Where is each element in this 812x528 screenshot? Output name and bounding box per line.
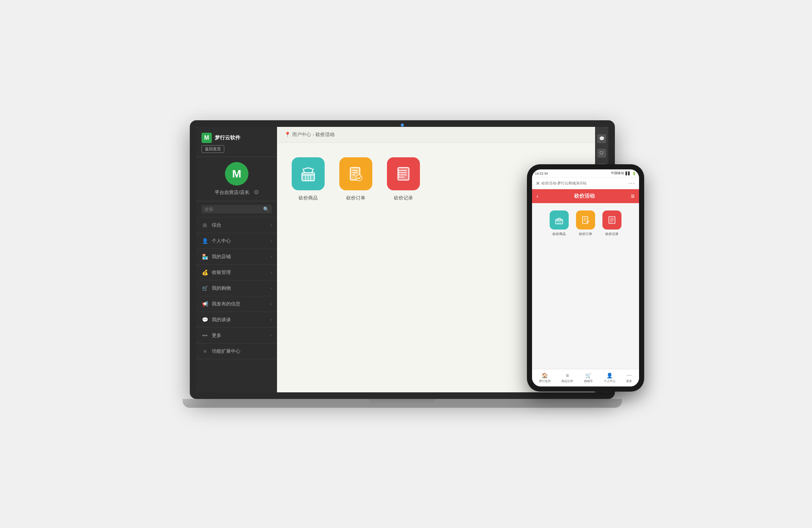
arrow-icon-7: ›	[270, 317, 272, 322]
home-icon: 🏠	[542, 373, 548, 378]
arrow-icon-2: ›	[270, 238, 272, 243]
phone-nav-home-label: 梦行首页	[539, 379, 551, 383]
sidebar-item-talk[interactable]: 💬 我的谈谈 ›	[196, 312, 277, 328]
sidebar-item-publish[interactable]: 📢 我发布的信息 ›	[196, 296, 277, 312]
sidebar-brand-icon: M	[202, 133, 212, 143]
phone-nav-more-label: 更多	[626, 379, 632, 383]
profile-icon: 👤	[606, 373, 613, 378]
feature-card-order[interactable]: 砍价订单	[339, 157, 372, 201]
arrow-icon-4: ›	[270, 270, 272, 275]
arrow-icon-3: ›	[270, 254, 272, 259]
phone-order-label: 砍价订单	[579, 232, 592, 236]
svg-rect-10	[398, 168, 409, 180]
goods-icon-box	[292, 157, 325, 190]
phone-record-icon	[602, 210, 621, 230]
sidebar-header: M 梦行云软件 返回首页	[196, 127, 277, 157]
return-home-button[interactable]: 返回首页	[202, 145, 224, 153]
phone-card-goods[interactable]: 砍价商品	[550, 210, 569, 236]
arrow-icon-5: ›	[270, 286, 272, 291]
phone-goods-icon	[550, 210, 569, 230]
phone-card-record[interactable]: 砍价记录	[602, 210, 621, 236]
arrow-icon: ›	[270, 223, 272, 228]
search-input[interactable]	[204, 207, 263, 212]
svg-point-18	[398, 176, 400, 178]
phone-nav-cart[interactable]: 🛒 购物车	[584, 373, 593, 383]
phone-goods-label: 砍价商品	[553, 232, 566, 236]
personal-icon: 👤	[202, 238, 208, 244]
record-icon-box	[387, 157, 420, 190]
laptop-scene: M 梦行云软件 返回首页 M 平台自营店/店长 ⊙	[190, 120, 622, 408]
cashier-icon: 💰	[202, 269, 208, 276]
sidebar-search-area: 🔍	[196, 201, 277, 217]
phone-more-button[interactable]: ···	[628, 180, 635, 187]
categories-icon: ≡	[566, 373, 569, 378]
close-icon: ✕	[536, 180, 540, 186]
username-label: 平台自营店/店长 ⊙	[202, 188, 272, 196]
wifi-icon: ▋▋	[625, 172, 631, 175]
phone-nav-more[interactable]: ⋯ 更多	[626, 373, 632, 383]
cart-icon: 🛒	[585, 373, 591, 378]
sidebar-label-personal: 个人中心	[212, 238, 231, 244]
phone-screen: 14:22:34 中国移动 ▋▋ 🔋 ✕ 砍价活动-梦行云商城演示站 ···	[532, 169, 639, 386]
sidebar-item-shopping[interactable]: 🛒 我的购物 ›	[196, 280, 277, 296]
phone-nav-title: 砍价活动	[574, 193, 595, 199]
comprehensive-icon: ⊞	[202, 222, 208, 228]
order-icon-box	[339, 157, 372, 190]
phone-nav-back-button[interactable]: ‹	[536, 193, 538, 199]
feature-card-goods[interactable]: 砍价商品	[292, 157, 325, 201]
sidebar-nav: ⊞ 综合 › 👤 个人中心 ›	[196, 217, 277, 392]
wechat-icon[interactable]: 💬	[597, 134, 606, 143]
phone-mockup: 14:22:34 中国移动 ▋▋ 🔋 ✕ 砍价活动-梦行云商城演示站 ···	[527, 164, 644, 392]
phone-top-bar: ✕ 砍价活动-梦行云商城演示站 ···	[532, 177, 639, 189]
goods-label: 砍价商品	[299, 195, 318, 201]
sidebar-user-section: M 平台自营店/店长 ⊙	[196, 157, 277, 201]
laptop-base	[182, 399, 622, 408]
order-label: 砍价订单	[346, 195, 365, 201]
sidebar-item-more[interactable]: ••• 更多 ›	[196, 328, 277, 344]
sidebar-label-shopping: 我的购物	[212, 285, 231, 292]
sidebar-label-comprehensive: 综合	[212, 222, 221, 228]
phone-order-icon	[576, 210, 595, 230]
feature-card-record[interactable]: 砍价记录	[387, 157, 420, 201]
avatar: M	[225, 162, 248, 186]
sidebar-label-cashier: 收银管理	[212, 269, 231, 276]
search-icon: 🔍	[263, 206, 269, 212]
phone-nav-categories[interactable]: ≡ 商品分类	[561, 373, 573, 383]
sidebar-label-extensions: 功能扩展中心	[212, 348, 240, 355]
phone-nav-cart-label: 购物车	[584, 379, 593, 383]
breadcrumb-separator: ›	[313, 132, 314, 138]
phone-record-label: 砍价记录	[605, 232, 619, 236]
phone-content: 砍价商品 砍价订单	[532, 203, 639, 369]
svg-rect-28	[609, 216, 615, 223]
sidebar-item-store[interactable]: 🏪 我的店铺 ›	[196, 249, 277, 265]
phone-back-button[interactable]: ✕ 砍价活动-梦行云商城演示站	[536, 180, 587, 186]
phone-nav-home[interactable]: 🏠 梦行首页	[539, 373, 551, 383]
sidebar-label-store: 我的店铺	[212, 253, 231, 260]
record-label: 砍价记录	[394, 195, 413, 201]
arrow-icon-8: ›	[270, 333, 272, 338]
phone-status-right: 中国移动 ▋▋ 🔋	[611, 171, 636, 176]
sidebar-item-cashier[interactable]: 💰 收银管理 ›	[196, 265, 277, 280]
main-header: 📍 用户中心 › 砍价活动	[277, 127, 595, 143]
phone-nav-profile[interactable]: 👤 个人中心	[604, 373, 616, 383]
search-box[interactable]: 🔍	[202, 205, 272, 213]
phone-nav-profile-label: 个人中心	[604, 379, 616, 383]
phone-nav-menu-button[interactable]: ≡	[631, 192, 635, 200]
phone-nav-bar: ‹ 砍价活动 ≡	[532, 189, 639, 203]
svg-point-9	[356, 175, 362, 181]
sidebar-item-personal[interactable]: 👤 个人中心 ›	[196, 233, 277, 249]
message-icon[interactable]: 🗨	[597, 149, 606, 158]
laptop-camera	[401, 124, 404, 126]
phone-nav-categories-label: 商品分类	[561, 379, 573, 383]
phone-time: 14:22:34	[535, 172, 548, 175]
talk-icon: 💬	[202, 316, 208, 323]
svg-point-17	[398, 174, 400, 176]
store-icon: 🏪	[202, 253, 208, 260]
sidebar-item-comprehensive[interactable]: ⊞ 综合 ›	[196, 217, 277, 233]
phone-card-order[interactable]: 砍价订单	[576, 210, 595, 236]
extensions-icon: ≡	[202, 348, 208, 355]
sidebar-item-extensions[interactable]: ≡ 功能扩展中心	[196, 344, 277, 359]
battery-icon: 🔋	[632, 172, 636, 175]
sidebar-label-talk: 我的谈谈	[212, 316, 231, 323]
laptop-notch	[369, 399, 435, 403]
